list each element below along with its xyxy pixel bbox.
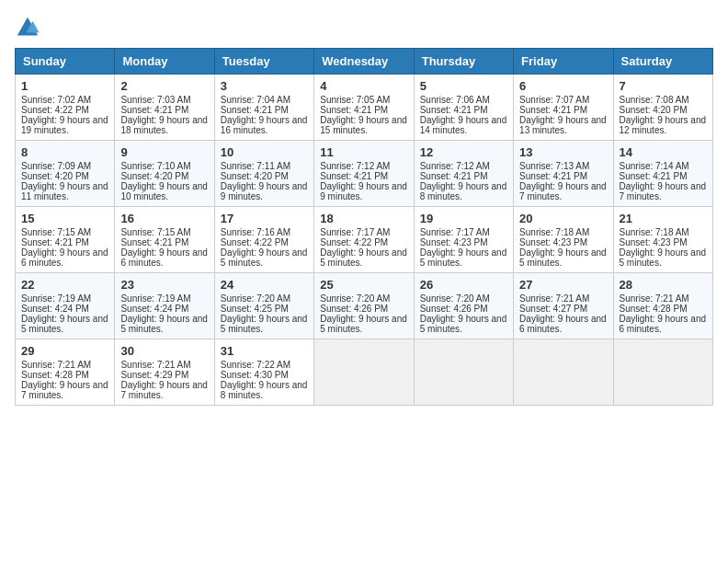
sunrise: Sunrise: 7:11 AM bbox=[221, 161, 290, 171]
sunrise: Sunrise: 7:20 AM bbox=[320, 293, 390, 304]
day-number: 26 bbox=[420, 278, 507, 292]
header-sunday: Sunday bbox=[16, 49, 115, 75]
daylight: Daylight: 9 hours and 5 minutes. bbox=[420, 247, 507, 268]
calendar-cell: 9Sunrise: 7:10 AMSunset: 4:20 PMDaylight… bbox=[115, 141, 214, 207]
calendar-cell: 3Sunrise: 7:04 AMSunset: 4:21 PMDaylight… bbox=[214, 75, 313, 141]
daylight: Daylight: 9 hours and 16 minutes. bbox=[221, 115, 308, 135]
sunrise: Sunrise: 7:17 AM bbox=[320, 227, 390, 237]
calendar-week-row: 1Sunrise: 7:02 AMSunset: 4:22 PMDaylight… bbox=[16, 75, 713, 141]
day-number: 31 bbox=[221, 344, 308, 358]
daylight: Daylight: 9 hours and 5 minutes. bbox=[120, 314, 208, 334]
calendar-cell: 16Sunrise: 7:15 AMSunset: 4:21 PMDayligh… bbox=[115, 207, 214, 273]
day-number: 25 bbox=[320, 278, 407, 292]
sunset: Sunset: 4:28 PM bbox=[21, 370, 89, 380]
day-number: 21 bbox=[620, 212, 707, 225]
sunset: Sunset: 4:21 PM bbox=[21, 237, 89, 247]
sunrise: Sunrise: 7:19 AM bbox=[21, 293, 91, 304]
daylight: Daylight: 9 hours and 8 minutes. bbox=[221, 380, 308, 400]
sunset: Sunset: 4:29 PM bbox=[120, 370, 188, 380]
calendar-cell: 28Sunrise: 7:21 AMSunset: 4:28 PMDayligh… bbox=[613, 273, 712, 339]
sunrise: Sunrise: 7:15 AM bbox=[21, 227, 91, 237]
calendar-cell: 22Sunrise: 7:19 AMSunset: 4:24 PMDayligh… bbox=[16, 273, 115, 339]
sunset: Sunset: 4:21 PM bbox=[120, 237, 188, 247]
daylight: Daylight: 9 hours and 5 minutes. bbox=[420, 314, 507, 334]
daylight: Daylight: 9 hours and 5 minutes. bbox=[221, 247, 308, 268]
daylight: Daylight: 9 hours and 9 minutes. bbox=[221, 181, 308, 201]
day-number: 18 bbox=[320, 212, 407, 225]
sunset: Sunset: 4:21 PM bbox=[519, 105, 587, 115]
sunrise: Sunrise: 7:16 AM bbox=[221, 227, 290, 237]
sunset: Sunset: 4:20 PM bbox=[620, 105, 688, 115]
daylight: Daylight: 9 hours and 7 minutes. bbox=[620, 181, 707, 201]
sunrise: Sunrise: 7:10 AM bbox=[120, 161, 190, 171]
day-number: 16 bbox=[120, 212, 208, 225]
day-number: 27 bbox=[519, 278, 607, 292]
sunset: Sunset: 4:21 PM bbox=[420, 105, 488, 115]
calendar-table: SundayMondayTuesdayWednesdayThursdayFrid… bbox=[15, 48, 713, 406]
day-number: 24 bbox=[221, 278, 308, 292]
sunset: Sunset: 4:21 PM bbox=[620, 171, 688, 181]
sunrise: Sunrise: 7:21 AM bbox=[519, 293, 589, 304]
daylight: Daylight: 9 hours and 5 minutes. bbox=[519, 247, 607, 268]
daylight: Daylight: 9 hours and 5 minutes. bbox=[620, 247, 707, 268]
day-number: 17 bbox=[221, 212, 308, 225]
sunrise: Sunrise: 7:05 AM bbox=[320, 95, 390, 105]
daylight: Daylight: 9 hours and 10 minutes. bbox=[120, 181, 208, 201]
day-number: 8 bbox=[21, 145, 108, 159]
calendar-cell: 8Sunrise: 7:09 AMSunset: 4:20 PMDaylight… bbox=[16, 141, 115, 207]
header-friday: Friday bbox=[514, 49, 613, 75]
sunset: Sunset: 4:21 PM bbox=[221, 105, 289, 115]
sunrise: Sunrise: 7:04 AM bbox=[221, 95, 290, 105]
calendar-cell bbox=[514, 339, 613, 406]
page-header bbox=[15, 15, 713, 40]
day-number: 20 bbox=[519, 212, 607, 225]
day-number: 2 bbox=[120, 79, 208, 93]
daylight: Daylight: 9 hours and 8 minutes. bbox=[420, 181, 507, 201]
daylight: Daylight: 9 hours and 9 minutes. bbox=[320, 181, 407, 201]
calendar-cell: 14Sunrise: 7:14 AMSunset: 4:21 PMDayligh… bbox=[613, 141, 712, 207]
calendar-cell: 1Sunrise: 7:02 AMSunset: 4:22 PMDaylight… bbox=[16, 75, 115, 141]
daylight: Daylight: 9 hours and 6 minutes. bbox=[120, 247, 208, 268]
calendar-cell: 13Sunrise: 7:13 AMSunset: 4:21 PMDayligh… bbox=[514, 141, 613, 207]
header-thursday: Thursday bbox=[414, 49, 513, 75]
calendar-cell: 4Sunrise: 7:05 AMSunset: 4:21 PMDaylight… bbox=[314, 75, 414, 141]
calendar-cell: 6Sunrise: 7:07 AMSunset: 4:21 PMDaylight… bbox=[514, 75, 613, 141]
day-number: 10 bbox=[221, 145, 308, 159]
calendar-cell: 29Sunrise: 7:21 AMSunset: 4:28 PMDayligh… bbox=[16, 339, 115, 406]
sunset: Sunset: 4:20 PM bbox=[120, 171, 188, 181]
sunset: Sunset: 4:24 PM bbox=[120, 304, 188, 314]
sunset: Sunset: 4:21 PM bbox=[320, 171, 388, 181]
sunrise: Sunrise: 7:07 AM bbox=[519, 95, 589, 105]
calendar-week-row: 15Sunrise: 7:15 AMSunset: 4:21 PMDayligh… bbox=[16, 207, 713, 273]
sunset: Sunset: 4:27 PM bbox=[519, 304, 587, 314]
day-number: 19 bbox=[420, 212, 507, 225]
sunrise: Sunrise: 7:17 AM bbox=[420, 227, 490, 237]
calendar-cell: 15Sunrise: 7:15 AMSunset: 4:21 PMDayligh… bbox=[16, 207, 115, 273]
sunset: Sunset: 4:21 PM bbox=[320, 105, 388, 115]
calendar-cell: 20Sunrise: 7:18 AMSunset: 4:23 PMDayligh… bbox=[514, 207, 613, 273]
sunset: Sunset: 4:26 PM bbox=[420, 304, 488, 314]
sunrise: Sunrise: 7:14 AM bbox=[620, 161, 689, 171]
sunrise: Sunrise: 7:22 AM bbox=[221, 360, 290, 370]
sunrise: Sunrise: 7:06 AM bbox=[420, 95, 490, 105]
day-number: 3 bbox=[221, 79, 308, 93]
calendar-week-row: 8Sunrise: 7:09 AMSunset: 4:20 PMDaylight… bbox=[16, 141, 713, 207]
day-number: 15 bbox=[21, 212, 108, 225]
daylight: Daylight: 9 hours and 19 minutes. bbox=[21, 115, 108, 135]
daylight: Daylight: 9 hours and 18 minutes. bbox=[120, 115, 208, 135]
day-number: 1 bbox=[21, 79, 108, 93]
sunrise: Sunrise: 7:12 AM bbox=[320, 161, 390, 171]
header-monday: Monday bbox=[115, 49, 214, 75]
day-number: 28 bbox=[620, 278, 707, 292]
calendar-cell: 24Sunrise: 7:20 AMSunset: 4:25 PMDayligh… bbox=[214, 273, 313, 339]
calendar-cell: 31Sunrise: 7:22 AMSunset: 4:30 PMDayligh… bbox=[214, 339, 313, 406]
calendar-cell bbox=[613, 339, 712, 406]
sunset: Sunset: 4:21 PM bbox=[120, 105, 188, 115]
sunrise: Sunrise: 7:20 AM bbox=[221, 293, 290, 304]
calendar-cell: 5Sunrise: 7:06 AMSunset: 4:21 PMDaylight… bbox=[414, 75, 513, 141]
day-number: 11 bbox=[320, 145, 407, 159]
daylight: Daylight: 9 hours and 12 minutes. bbox=[620, 115, 707, 135]
sunset: Sunset: 4:20 PM bbox=[221, 171, 289, 181]
sunset: Sunset: 4:22 PM bbox=[21, 105, 89, 115]
calendar-cell: 12Sunrise: 7:12 AMSunset: 4:21 PMDayligh… bbox=[414, 141, 513, 207]
